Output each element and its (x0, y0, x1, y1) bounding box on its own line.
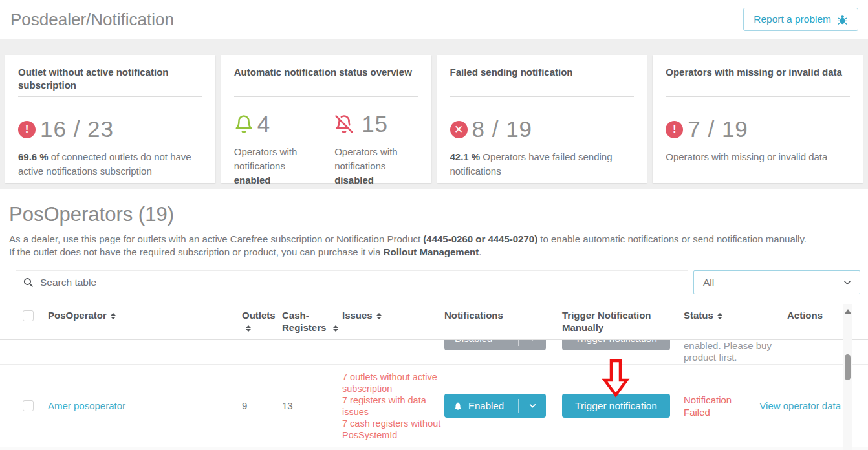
report-a-problem-button[interactable]: Report a problem (743, 8, 858, 31)
table-toolbar: All (16, 270, 860, 294)
outlets-count: 9 (242, 400, 282, 411)
sort-icon (333, 323, 338, 334)
select-all-checkbox[interactable] (23, 310, 34, 321)
card-title: Outlet without active notification subsc… (18, 66, 202, 92)
stat-value: 8 / 19 (472, 116, 533, 142)
table-row-partial-bottom: 2 outlets without (0, 447, 868, 450)
card-separator (234, 96, 418, 97)
stat-description: 42.1 % Operators have failed sending not… (450, 150, 635, 178)
report-a-problem-label: Report a problem (754, 14, 831, 25)
bell-off-icon (334, 114, 354, 134)
pos-operators-panel: PosOperators (19) As a dealer, use this … (0, 189, 868, 450)
issue-item: 7 outlets without active subscription (342, 371, 444, 394)
column-header-actions: Actions (787, 309, 868, 321)
table-scrollbar[interactable] (843, 304, 852, 450)
column-header-notifications: Notifications (444, 309, 562, 321)
filter-dropdown[interactable]: All (693, 270, 860, 294)
stat-card-auto-status: Automatic notification status overview 4… (221, 55, 431, 183)
stat-card-missing-data: Operators with missing or invalid data !… (653, 55, 863, 183)
pos-operators-heading: PosOperators (19) (9, 203, 868, 226)
notifications-toggle-button-disabled[interactable]: Disabled (444, 340, 546, 350)
card-separator (666, 96, 850, 97)
posoperator-link[interactable]: Amer posoperator (48, 400, 125, 411)
table-header-row: PosOperator Outlets Cash-Registers Issue… (0, 303, 868, 340)
stat-card-outlet-subscription: Outlet without active notification subsc… (5, 55, 215, 183)
bug-icon (837, 14, 848, 25)
sort-icon (246, 323, 251, 334)
disabled-stat: 15 Operators with notifications disabled (334, 111, 418, 187)
notifications-toggle-button[interactable]: Enabled (444, 394, 546, 418)
enabled-label: Operators with notifications enabled (234, 145, 318, 187)
view-operator-data-link[interactable]: View operator data (759, 400, 841, 411)
issue-item: 7 registers with data issues (342, 394, 444, 418)
column-header-cash-registers[interactable]: Cash-Registers (282, 309, 342, 334)
intro-line-1: As a dealer, use this page for outlets w… (9, 233, 868, 246)
table-row-amer-posoperator: Amer posoperator 9 13 7 outlets without … (0, 365, 868, 447)
stat-value: 7 / 19 (688, 116, 748, 142)
card-separator (450, 96, 635, 97)
table-row-partial-top: Disabled Trigger notification enabled. P… (0, 340, 868, 365)
pos-operators-table: PosOperator Outlets Cash-Registers Issue… (0, 303, 868, 450)
bell-icon (234, 114, 254, 134)
card-title: Automatic notification status overview (234, 66, 418, 92)
exclamation-circle-icon: ! (666, 121, 683, 138)
top-bar: Posdealer/Notification Report a problem (0, 0, 868, 39)
bell-icon (453, 402, 462, 411)
notifications-state-label: Enabled (468, 400, 518, 411)
trigger-notification-button-disabled[interactable]: Trigger notification (562, 340, 670, 350)
stat-card-failed-sending: Failed sending notification ✕ 8 / 19 42.… (437, 55, 647, 183)
scrollbar-thumb[interactable] (845, 354, 851, 380)
enabled-stat: 4 Operators with notifications enabled (234, 111, 318, 187)
status-text: Notification Failed (684, 394, 748, 418)
stat-value: 16 / 23 (40, 116, 114, 142)
page-title: Posdealer/Notification (10, 10, 174, 30)
enabled-count: 4 (257, 111, 270, 137)
search-input[interactable] (16, 270, 688, 294)
sort-icon (376, 310, 382, 322)
column-header-trigger: Trigger Notification Manually (562, 309, 684, 334)
table-body: Disabled Trigger notification enabled. P… (0, 340, 868, 450)
exclamation-circle-icon: ! (18, 121, 36, 138)
x-circle-icon: ✕ (450, 121, 468, 138)
sort-icon (111, 310, 116, 322)
stat-description: 69.6 % of connected outlets do not have … (18, 150, 202, 178)
disabled-label: Operators with notifications disabled (334, 145, 418, 187)
column-header-status[interactable]: Status (684, 309, 787, 322)
card-title: Failed sending notification (450, 66, 635, 92)
column-header-issues[interactable]: Issues (342, 309, 444, 322)
row-checkbox[interactable] (23, 400, 34, 411)
card-separator (18, 96, 202, 97)
chevron-down-icon (843, 278, 852, 287)
disabled-count: 15 (362, 111, 388, 137)
cash-registers-count: 13 (282, 400, 342, 411)
scrollbar-up-arrow[interactable] (845, 309, 851, 314)
column-header-posoperator[interactable]: PosOperator (48, 309, 242, 322)
status-text: enabled. Please buy product first. (684, 340, 781, 363)
chevron-down-icon[interactable] (519, 402, 546, 410)
card-title: Operators with missing or invalid data (666, 66, 850, 92)
trigger-notification-button[interactable]: Trigger notification (562, 394, 670, 418)
issue-item: 7 cash registers without PosSystemId (342, 418, 444, 441)
intro-line-2: If the outlet does not have the required… (9, 246, 868, 259)
stat-cards: Outlet without active notification subsc… (0, 39, 868, 183)
column-header-outlets[interactable]: Outlets (242, 309, 282, 334)
filter-selected-value: All (703, 277, 714, 288)
chevron-down-icon (519, 340, 546, 343)
sort-icon (717, 310, 722, 322)
issues-list: 7 outlets without active subscription 7 … (342, 371, 444, 441)
stat-description: Operators with missing or invalid data (666, 150, 850, 164)
